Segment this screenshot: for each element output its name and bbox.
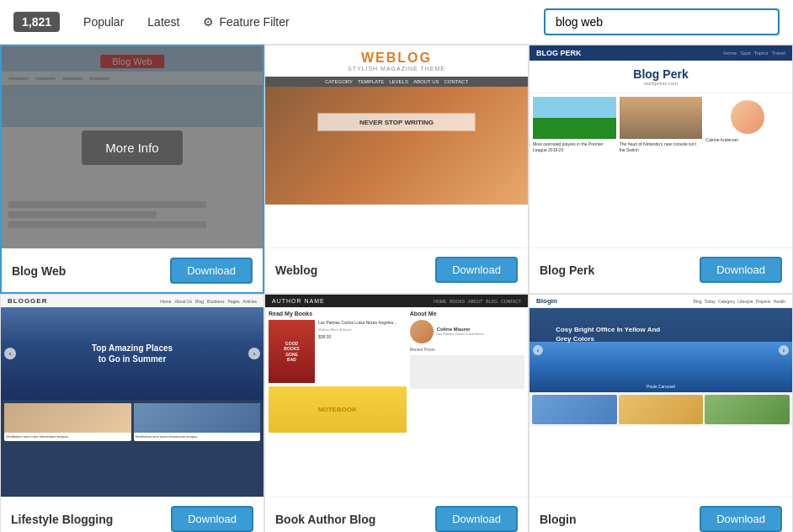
theme-footer-book: Book Author Blog Download [265,497,528,532]
theme-name-blog-perk: Blog Perk [540,263,594,277]
theme-thumbnail-lifestyle: BLOGGER Home About Us Blog Business Page… [1,295,263,497]
gear-icon: ⚙ [203,15,214,29]
latest-nav-button[interactable]: Latest [137,10,189,34]
top-bar-nav: Popular Latest ⚙ Feature Filter [73,10,300,34]
download-button-blogin[interactable]: Download [700,506,782,532]
top-bar: 1,821 Popular Latest ⚙ Feature Filter [0,0,793,45]
theme-count-badge: 1,821 [13,12,60,32]
theme-card-blog-perk: BLOG PERK Home Spot Topics Travel Blog P… [529,45,793,294]
theme-name-blog-web: Blog Web [12,264,66,278]
theme-card-book-author-blog: AUTHOR NAME HOME BOOKS ABOUT BLOG CONTAC… [264,294,529,532]
theme-name-lifestyle: Lifestyle Blogging [11,513,113,526]
theme-card-lifestyle-blogging: BLOGGER Home About Us Blog Business Page… [0,294,264,532]
theme-card-blogin: Blogin Blog Today Category Lifestyle Pro… [529,294,793,532]
theme-thumbnail-blog-perk: BLOG PERK Home Spot Topics Travel Blog P… [530,45,792,247]
theme-footer-lifestyle: Lifestyle Blogging Download [1,497,263,532]
theme-footer-blogin: Blogin Download [530,497,792,532]
search-input[interactable] [544,8,780,35]
theme-footer-blog-perk: Blog Perk Download [530,247,792,291]
theme-thumbnail-book: AUTHOR NAME HOME BOOKS ABOUT BLOG CONTAC… [265,295,528,497]
theme-name-weblog: Weblog [275,263,317,277]
theme-thumbnail-blogin: Blogin Blog Today Category Lifestyle Pro… [530,295,792,497]
theme-footer-weblog: Weblog Download [265,247,528,291]
download-button-weblog[interactable]: Download [435,257,518,283]
download-button-blog-perk[interactable]: Download [700,257,782,283]
download-button-book[interactable]: Download [435,506,518,532]
download-button-blog-web[interactable]: Download [170,258,253,284]
theme-card-blog-web: More Info Blog Web Download [0,45,264,294]
theme-card-weblog: WEBLOG STYLISH MAGAZINE THEME CATEGORY T… [264,45,529,294]
popular-nav-button[interactable]: Popular [73,10,134,34]
theme-thumbnail-blog-web: More Info [2,46,263,248]
theme-thumbnail-weblog: WEBLOG STYLISH MAGAZINE THEME CATEGORY T… [265,45,528,247]
thumbnail-overlay: More Info [2,46,263,248]
feature-filter-button[interactable]: ⚙ Feature Filter [193,10,299,34]
search-box [544,8,780,35]
download-button-lifestyle[interactable]: Download [171,506,253,532]
more-info-button[interactable]: More Info [82,130,182,165]
theme-footer-blog-web: Blog Web Download [2,248,263,292]
theme-name-blogin: Blogin [540,513,577,526]
themes-grid: More Info Blog Web Download WEBLOG STYLI… [0,45,793,532]
theme-name-book: Book Author Blog [275,513,375,526]
